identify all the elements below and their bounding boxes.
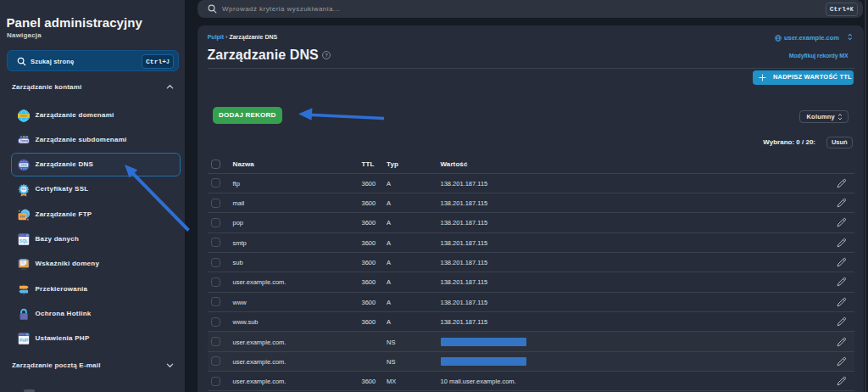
svg-text:PHP: PHP xyxy=(19,338,29,343)
svg-text:SSL: SSL xyxy=(21,188,25,191)
svg-text:SQL: SQL xyxy=(19,238,28,244)
svg-text:DNS: DNS xyxy=(20,164,27,167)
svg-text:FTP: FTP xyxy=(19,215,25,218)
svg-text:?: ? xyxy=(326,53,329,58)
svg-text://www: //www xyxy=(20,139,29,143)
